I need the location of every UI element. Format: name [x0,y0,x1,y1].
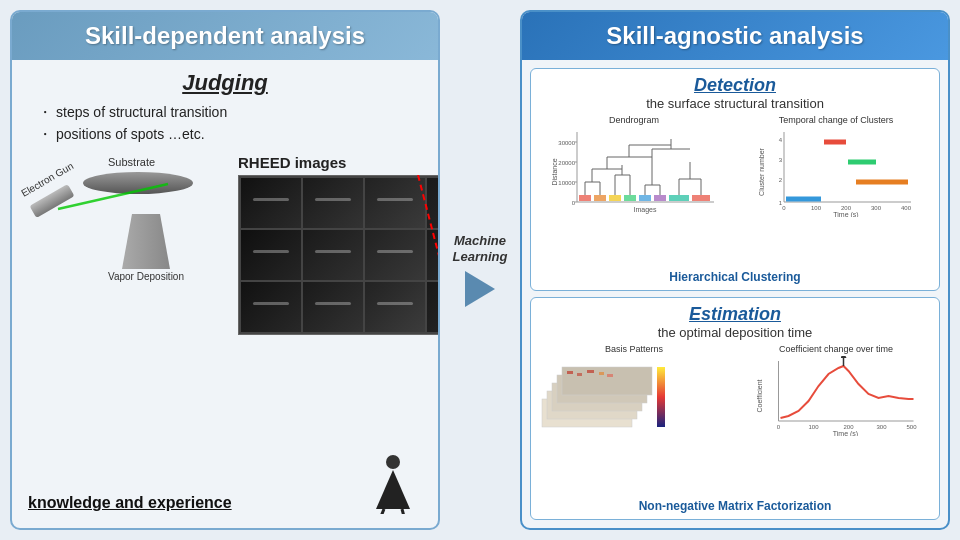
coefficient-svg: Coefficient 0 100 200 300 500 Time (s) [739,356,933,436]
arrow-shape [465,271,495,307]
dendrogram-svg: Distance 0 10000 20000 30000 [537,127,731,217]
arrow-container: Machine Learning [450,10,510,530]
svg-text:Time (s): Time (s) [833,430,858,436]
svg-text:500: 500 [906,424,917,430]
rheed-cell [427,230,440,280]
substrate-shape [83,172,193,194]
bullet-item-2: positions of spots …etc. [38,126,422,144]
svg-rect-75 [599,372,604,375]
right-content: Detection the surface structural transit… [522,60,948,528]
left-diagram: Electron Gun Substrate [28,154,228,314]
svg-text:Cluster number: Cluster number [758,147,765,196]
svg-text:100: 100 [811,205,822,211]
bullet-item-1: steps of structural transition [38,104,422,122]
diagram-area: Electron Gun Substrate [28,154,422,335]
dendrogram-chart: Dendrogram Distance 0 10000 20000 30000 [537,115,731,268]
svg-text:Distance: Distance [551,158,558,185]
rheed-cell [365,282,425,332]
estimation-charts-row: Basis Patterns [537,344,933,497]
svg-text:Images: Images [634,206,657,214]
svg-line-5 [378,509,384,514]
rheed-cell [365,230,425,280]
machine-learning-label: Machine Learning [453,233,508,264]
temporal-svg: Cluster number 1 2 3 4 0 100 [739,127,933,217]
judging-title: Judging [28,70,422,96]
svg-rect-72 [567,371,573,374]
detection-title: Detection [537,75,933,96]
left-content: Judging steps of structural transition p… [12,60,438,528]
svg-text:300: 300 [871,205,882,211]
rheed-cell [303,230,363,280]
person-icon [368,454,418,514]
rheed-cell [303,178,363,228]
svg-text:Time (s): Time (s) [833,211,858,217]
person-icon-container [368,454,418,518]
svg-text:400: 400 [901,205,912,211]
basis-title: Basis Patterns [537,344,731,354]
rheed-cell [241,230,301,280]
left-header: Skill-dependent analysis [12,12,438,60]
temporal-title: Temporal change of Clusters [739,115,933,125]
svg-text:100: 100 [808,424,819,430]
vapor-shape [122,214,170,269]
svg-rect-24 [654,195,666,201]
rheed-label: RHEED images [238,154,346,171]
svg-marker-1 [122,214,170,269]
svg-rect-22 [624,195,636,201]
rheed-cell [241,282,301,332]
svg-rect-21 [609,195,621,201]
svg-text:20000: 20000 [558,160,575,166]
svg-line-6 [402,509,406,514]
svg-point-3 [386,455,400,469]
basis-visual [537,356,731,436]
svg-rect-23 [639,195,651,201]
svg-text:300: 300 [876,424,887,430]
hierarchical-label: Hierarchical Clustering [537,270,933,284]
rheed-cell [427,282,440,332]
svg-text:0: 0 [782,205,786,211]
right-header: Skill-agnostic analysis [522,12,948,60]
rheed-grid [238,175,440,335]
svg-rect-19 [579,195,591,201]
svg-rect-71 [562,367,652,395]
svg-text:3: 3 [779,157,783,163]
dendrogram-title: Dendrogram [537,115,731,125]
coefficient-chart: Coefficient change over time Coefficient… [739,344,933,497]
left-panel: Skill-dependent analysis Judging steps o… [10,10,440,530]
svg-text:30000: 30000 [558,140,575,146]
knowledge-text: knowledge and experience [28,494,232,512]
bullet-list: steps of structural transition positions… [38,104,422,144]
svg-text:0: 0 [777,424,781,430]
basis-patterns-chart: Basis Patterns [537,344,731,497]
svg-marker-4 [376,470,410,509]
svg-text:0: 0 [572,200,576,206]
vapor-deposition-container: Vapor Deposition [108,214,184,282]
left-panel-title: Skill-dependent analysis [28,22,422,50]
svg-rect-76 [607,374,613,377]
svg-rect-73 [577,373,582,376]
svg-text:4: 4 [779,137,783,143]
svg-rect-77 [657,367,665,427]
rheed-cell [241,178,301,228]
rheed-cell [365,178,425,228]
right-panel: Skill-agnostic analysis Detection the su… [520,10,950,530]
svg-rect-74 [587,370,594,373]
detection-subtitle: the surface structural transition [537,96,933,111]
temporal-chart: Temporal change of Clusters Cluster numb… [739,115,933,268]
substrate-label: Substrate [108,156,155,168]
svg-text:10000: 10000 [558,180,575,186]
rheed-cell [427,178,440,228]
rheed-area: RHEED images [238,154,440,335]
vapor-label: Vapor Deposition [108,271,184,282]
basis-svg [537,359,677,434]
estimation-section: Estimation the optimal deposition time B… [530,297,940,520]
svg-rect-25 [669,195,689,201]
detection-charts-row: Dendrogram Distance 0 10000 20000 30000 [537,115,933,268]
estimation-subtitle: the optimal deposition time [537,325,933,340]
svg-rect-20 [594,195,606,201]
rheed-cell [303,282,363,332]
nmf-label: Non-negative Matrix Factorization [537,499,933,513]
svg-text:2: 2 [779,177,783,183]
svg-text:Coefficient: Coefficient [756,379,763,412]
rheed-grid-container [238,175,440,335]
